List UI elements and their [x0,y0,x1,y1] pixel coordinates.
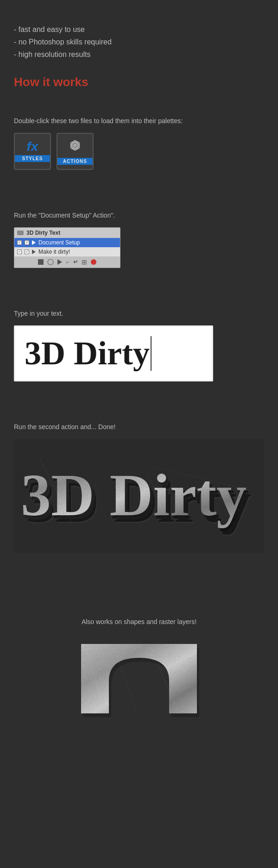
dirty-arch-shape [76,635,202,718]
check-2: ✓ [25,240,29,245]
stop-icon [38,259,44,265]
check-4: ✓ [25,250,29,254]
actions-panel-footer: ⌐ ↵ ⊞ [14,256,120,268]
play-footer-icon [57,259,62,265]
actions-symbol [68,138,82,156]
dirty-text-svg: 3D Dirty 3D Dirty [16,443,264,536]
record-icon [91,259,96,265]
new-icon: ⊞ [82,258,87,266]
text-editor-box: 3D Dirty [14,325,213,381]
icons-row: fx STYLES ACTIONS [14,133,264,170]
svg-point-3 [73,144,77,147]
play-icon-1 [32,240,36,245]
text-editor-content: 3D Dirty [25,336,202,371]
editor-text: 3D Dirty [25,337,150,370]
step4-description: Run the second action and... Done! [14,423,264,431]
step1-description: Double-click these two files to load the… [14,117,264,125]
dirty-text-result: 3D Dirty 3D Dirty [14,439,264,553]
bracket-icon: ⌐ [66,259,69,265]
feature-item-2: - no Photoshop skills required [14,36,264,48]
text-cursor [151,336,152,371]
actions-row1-label: Document Setup [38,239,80,246]
styles-icon-box[interactable]: fx STYLES [14,133,51,170]
actions-panel-header: 3D Dirty Text [14,228,120,238]
feature-item-1: - fast and easy to use [14,23,264,36]
arrow-icon: ↵ [73,259,78,265]
also-works-text: Also works on shapes and raster layers! [14,618,264,625]
dirty-shape-container [14,635,264,718]
actions-panel: 3D Dirty Text ✓ ✓ Document Setup ✓ ✓ Mak… [14,227,120,268]
check-3: ✓ [17,250,22,254]
how-it-works-heading: How it works [14,75,264,89]
actions-panel-row-1[interactable]: ✓ ✓ Document Setup [14,238,120,247]
folder-icon [17,231,24,235]
loop-icon [47,259,54,265]
arch-svg [76,635,202,718]
page-wrapper: - fast and easy to use - no Photoshop sk… [0,0,278,750]
svg-text:3D Dirty: 3D Dirty [21,462,246,528]
actions-row2-label: Make it dirty! [38,249,70,255]
play-icon-2 [32,250,36,254]
dirty-text-display: 3D Dirty 3D Dirty [14,443,264,549]
actions-icon-box[interactable]: ACTIONS [57,133,94,170]
step3-description: Type in your text. [14,310,264,317]
features-list: - fast and easy to use - no Photoshop sk… [14,23,264,61]
actions-svg-icon [68,138,82,153]
styles-label: STYLES [15,155,50,162]
feature-item-3: - high resolution results [14,48,264,61]
step2-description: Run the "Document Setup" Action". [14,212,264,219]
actions-panel-row-2[interactable]: ✓ ✓ Make it dirty! [14,247,120,256]
actions-label: ACTIONS [57,158,93,165]
check-1: ✓ [17,240,22,245]
styles-fx-symbol: fx [27,140,38,153]
actions-panel-title: 3D Dirty Text [26,230,60,236]
